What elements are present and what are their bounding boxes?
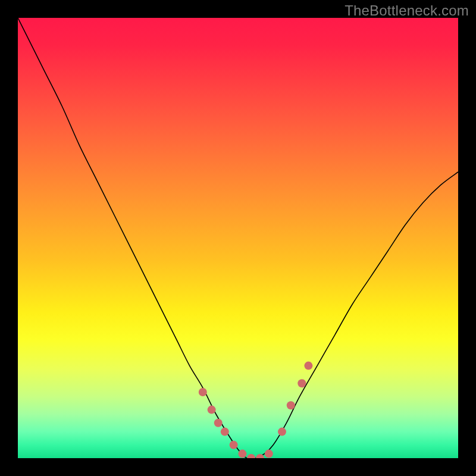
marker-dot [221, 428, 229, 436]
chart-container: TheBottleneck.com [0, 0, 476, 476]
marker-dot [230, 441, 238, 449]
marker-dot [214, 419, 223, 427]
marker-dot [287, 401, 295, 409]
gradient-background [18, 18, 458, 458]
marker-dot [298, 379, 306, 387]
bottleneck-plot [18, 18, 458, 458]
marker-dot [278, 428, 286, 436]
marker-dot [265, 450, 273, 458]
marker-dot [238, 450, 246, 458]
marker-dot [208, 406, 216, 414]
marker-dot [199, 388, 207, 396]
watermark-text: TheBottleneck.com [345, 2, 469, 19]
marker-dot [304, 362, 312, 370]
